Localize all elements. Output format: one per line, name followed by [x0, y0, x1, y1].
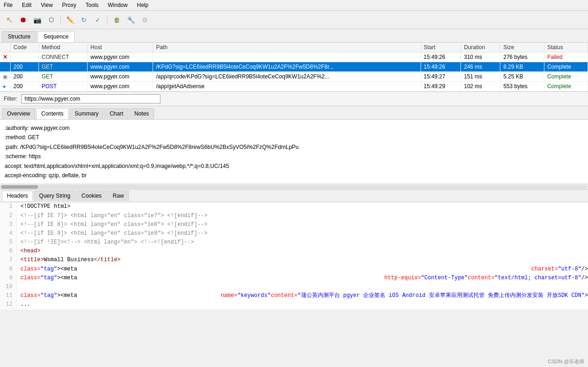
code-line: 8 class="tag"><meta charset="utf-8" />	[0, 265, 588, 274]
request-table-area: Code Method Host Path Start Duration Siz…	[0, 43, 588, 92]
row-path	[153, 52, 421, 62]
code-line: 10	[0, 283, 588, 291]
detail-line: :path: /KPdG?sig=LCE6iiedRR9B5l4oteCeCoq…	[5, 142, 583, 152]
tab-contents[interactable]: Contents	[36, 108, 69, 119]
filter-bar: Filter:	[0, 92, 588, 106]
hscroll-thumb[interactable]	[1, 185, 38, 189]
row-duration: 151 ms	[461, 72, 500, 82]
request-table: Code Method Host Path Start Duration Siz…	[0, 43, 588, 91]
col-path[interactable]: Path	[153, 43, 421, 52]
line-content: class="tag"><meta	[17, 274, 384, 283]
refresh-icon[interactable]: ↻	[78, 14, 89, 26]
table-row[interactable]: ▣ 200 GET www.pgyer.com /app/qrcode/KPdG…	[0, 72, 588, 82]
code-area: 1 <!DOCTYPE html> 2 <!--[if IE 7]> <html…	[0, 202, 588, 309]
line-number: 11	[0, 291, 17, 300]
line-content: <!--[if IE 9]> <html lang="en" class="ie…	[17, 229, 588, 238]
line-number: 3	[0, 220, 17, 229]
sub-tab-headers[interactable]: Headers	[2, 191, 33, 201]
row-method: CONNECT	[38, 52, 87, 62]
trash-icon[interactable]: 🗑	[111, 14, 122, 26]
row-code: 200	[11, 72, 39, 82]
doc-icon: ▣	[3, 64, 7, 70]
sub-tab-querystring[interactable]: Query String	[34, 191, 75, 201]
detail-content: :authority: www.pgyer.com:method: GET:pa…	[0, 120, 588, 184]
code-line: 2 <!--[if IE 7]> <html lang="en" class="…	[0, 212, 588, 220]
line-number: 7	[0, 256, 17, 264]
row-size: 276 bytes	[500, 52, 544, 62]
camera-icon[interactable]: 📷	[32, 14, 43, 26]
line-number: 12	[0, 300, 17, 309]
detail-line: accept-encoding: qzip, deflate, br	[5, 171, 583, 180]
line-content: <!--[if IE 8]> <html lang="en" class="ie…	[17, 220, 588, 229]
line-content	[17, 283, 588, 291]
line-number: 6	[0, 247, 17, 256]
table-row[interactable]: ▣ 200 GET www.pgyer.com /KPdG?sig=LCE6ii…	[0, 62, 588, 72]
col-size[interactable]: Size	[500, 43, 544, 52]
tab-notes[interactable]: Notes	[129, 108, 154, 119]
line-content: <!DOCTYPE html>	[17, 202, 588, 211]
col-code[interactable]: Code	[11, 43, 39, 52]
menu-tools[interactable]: Tools	[84, 1, 101, 9]
row-status: Complete	[544, 72, 588, 82]
line-number: 8	[0, 265, 17, 274]
row-status: Complete	[544, 62, 588, 72]
tab-summary[interactable]: Summary	[70, 108, 103, 119]
tab-chart[interactable]: Chart	[104, 108, 128, 119]
filter-input[interactable]	[21, 94, 160, 103]
table-row[interactable]: ✕ CONNECT www.pgyer.com 15:49:26 310 ms …	[0, 52, 588, 62]
detail-tabs: Overview Contents Summary Chart Notes	[0, 106, 588, 120]
code-line: 5 <!--[if !IE]><!--> <html lang="en"> <!…	[0, 238, 588, 247]
line-number: 5	[0, 238, 17, 247]
row-host: www.pgyer.com	[88, 72, 153, 82]
row-status: Complete	[544, 82, 588, 91]
arrow-icon[interactable]: ↖	[4, 14, 15, 26]
sub-tab-cookies[interactable]: Cookies	[77, 191, 107, 201]
menu-help[interactable]: Help	[135, 1, 150, 9]
hscroll[interactable]	[0, 184, 588, 190]
table-row[interactable]: ● 200 POST www.pgyer.com /app/getAdAdsen…	[0, 82, 588, 91]
hex-icon[interactable]: ⬡	[45, 14, 57, 26]
error-icon: ✕	[3, 54, 7, 60]
detail-line: accept: text/html,application/xhtml+xml,…	[5, 161, 583, 171]
code-line: 3 <!--[if IE 8]> <html lang="en" class="…	[0, 220, 588, 229]
row-start: 15:49:26	[421, 52, 461, 62]
line-number: 2	[0, 212, 17, 220]
col-duration[interactable]: Duration	[461, 43, 500, 52]
brush-icon[interactable]: ✏️	[64, 14, 76, 26]
menu-edit[interactable]: Edit	[20, 1, 33, 9]
sub-tab-raw[interactable]: Raw	[108, 191, 129, 201]
menu-proxy[interactable]: Proxy	[60, 1, 78, 9]
code-line: 7 <title>Wsmall Business</title>	[0, 256, 588, 264]
col-status[interactable]: Status	[544, 43, 588, 52]
code-line: 1 <!DOCTYPE html>	[0, 202, 588, 211]
row-host: www.pgyer.com	[88, 52, 153, 62]
globe-icon[interactable]: ⚙	[139, 14, 150, 26]
line-content: class="tag"><meta	[17, 265, 531, 274]
row-size: 5.25 KB	[500, 72, 544, 82]
col-method[interactable]: Method	[38, 43, 87, 52]
tab-sequence[interactable]: Sequence	[38, 31, 75, 42]
col-start[interactable]: Start	[421, 43, 461, 52]
line-content: <!--[if !IE]><!--> <html lang="en"> <!--…	[17, 238, 588, 247]
row-icon: ●	[0, 82, 11, 91]
line-content: ...	[17, 300, 588, 309]
menu-window[interactable]: Window	[106, 1, 130, 9]
row-host: www.pgyer.com	[88, 62, 153, 72]
row-icon: ▣	[0, 72, 11, 82]
record-icon[interactable]: ⏺	[18, 14, 29, 26]
row-path: /app/getAdAdsense	[153, 82, 421, 91]
row-code: 200	[11, 82, 39, 91]
detail-line: :method: GET	[5, 133, 583, 142]
menu-view[interactable]: View	[39, 1, 55, 9]
line-number: 10	[0, 283, 17, 291]
toolbar-sep-2	[107, 15, 108, 25]
tab-overview[interactable]: Overview	[2, 108, 35, 119]
check-icon[interactable]: ✓	[92, 14, 103, 26]
wrench-icon[interactable]: 🔧	[125, 14, 136, 26]
detail-line: :authority: www.pgyer.com	[5, 123, 583, 133]
tab-structure[interactable]: Structure	[2, 31, 37, 42]
col-host[interactable]: Host	[88, 43, 153, 52]
code-line: 11 class="tag"><meta name="keywords" con…	[0, 291, 588, 300]
menu-file[interactable]: File	[2, 1, 14, 9]
row-duration: 102 ms	[461, 82, 500, 91]
